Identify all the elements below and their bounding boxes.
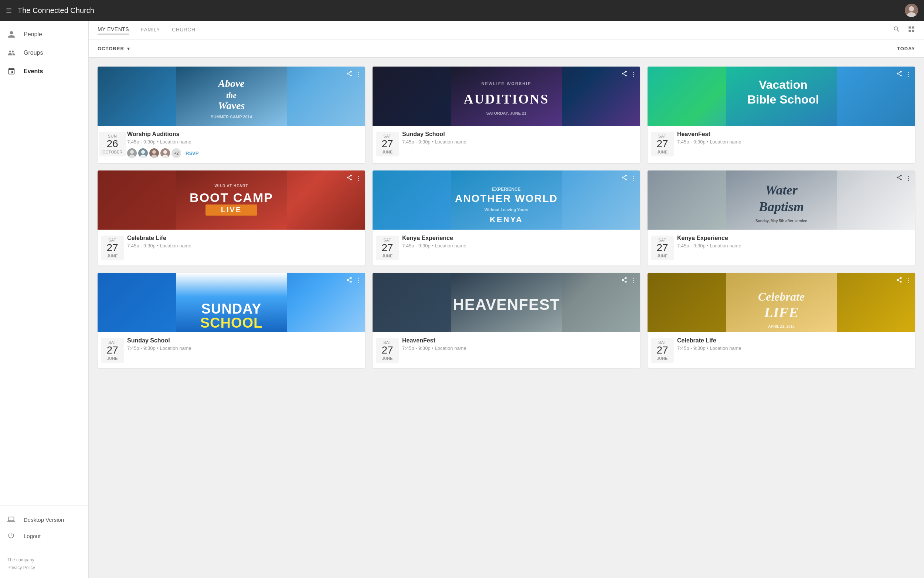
event-card-body-8: Sat 27 June HeavenFest 7:45p - 9:30p • L… bbox=[372, 332, 640, 368]
sidebar-item-logout[interactable]: Logout bbox=[0, 528, 88, 544]
tab-my-events[interactable]: MY EVENTS bbox=[97, 26, 129, 34]
grid-view-icon[interactable] bbox=[908, 26, 915, 35]
event-info-7: Sunday School 7:45p - 9:30p • Location n… bbox=[127, 337, 359, 363]
event-card-2: NEWLIFE WORSHIP AUDITIONS SATURDAY, JUNE… bbox=[372, 67, 640, 163]
tab-family[interactable]: FAMILY bbox=[141, 27, 160, 34]
share-icon-8[interactable] bbox=[621, 277, 628, 285]
month-7: June bbox=[105, 356, 120, 360]
event-image-bg-3: Vacation Bible School bbox=[647, 67, 915, 126]
event-meta-6: 7:45p - 9:30p • Location name bbox=[677, 243, 909, 248]
svg-text:SCHOOL: SCHOOL bbox=[200, 315, 263, 331]
event-info-3: HeavenFest 7:45p - 9:30p • Location name bbox=[677, 131, 909, 156]
event-card-actions-5: ⋮ bbox=[621, 174, 636, 182]
svg-text:AUDITIONS: AUDITIONS bbox=[463, 92, 549, 107]
month-3: June bbox=[655, 150, 670, 154]
event-info-2: Sunday School 7:45p - 9:30p • Location n… bbox=[402, 131, 634, 156]
day-num-4: 27 bbox=[105, 242, 120, 254]
share-icon-2[interactable] bbox=[621, 70, 628, 78]
event-title-2: Sunday School bbox=[402, 131, 634, 138]
day-name-9: Sat bbox=[655, 340, 670, 345]
event-date-7: Sat 27 June bbox=[97, 337, 127, 363]
today-button[interactable]: TODAY bbox=[897, 46, 915, 51]
share-icon-1[interactable] bbox=[346, 70, 353, 78]
event-card-actions-9: ⋮ bbox=[896, 277, 911, 285]
svg-text:LIFE: LIFE bbox=[764, 304, 798, 321]
event-card-body-1: Sun 26 October Worship Auditions 7:45p -… bbox=[97, 126, 365, 163]
sunday-school-image: SUNDAY SCHOOL bbox=[97, 273, 365, 332]
event-date-6: Sat 27 June bbox=[647, 235, 677, 260]
more-icon-8[interactable]: ⋮ bbox=[631, 277, 636, 284]
event-title-4: Celebrate Life bbox=[127, 235, 359, 242]
more-icon-4[interactable]: ⋮ bbox=[356, 175, 361, 182]
tab-bar: MY EVENTS FAMILY CHURCH bbox=[89, 21, 924, 40]
day-num-6: 27 bbox=[655, 242, 670, 254]
app-title: The Connected Church bbox=[18, 6, 94, 15]
kenya-image: EXPERIENCE ANOTHER WORLD Without Leaving… bbox=[372, 170, 640, 230]
share-icon-5[interactable] bbox=[621, 174, 628, 182]
event-info-9: Celebrate Life 7:45p - 9:30p • Location … bbox=[677, 337, 909, 363]
more-icon-2[interactable]: ⋮ bbox=[631, 71, 636, 78]
event-image-bg-1: Above the Waves SUMMER CAMP 2014 bbox=[97, 67, 365, 126]
sidebar-nav: People Groups Events bbox=[0, 21, 88, 505]
attendee-more: +2 bbox=[172, 148, 181, 158]
event-card-body-7: Sat 27 June Sunday School 7:45p - 9:30p … bbox=[97, 332, 365, 368]
share-icon-7[interactable] bbox=[346, 277, 353, 285]
svg-text:the: the bbox=[226, 91, 236, 100]
event-image-bg-7: SUNDAY SCHOOL bbox=[97, 273, 365, 332]
svg-text:APRIL 21, 2016: APRIL 21, 2016 bbox=[768, 324, 795, 328]
more-icon-1[interactable]: ⋮ bbox=[356, 71, 361, 78]
svg-text:HEAVENFEST: HEAVENFEST bbox=[453, 296, 560, 313]
event-image-7: SUNDAY SCHOOL ⋮ bbox=[97, 273, 365, 332]
day-num-5: 27 bbox=[380, 242, 395, 254]
event-date-5: Sat 27 June bbox=[372, 235, 402, 260]
person-icon bbox=[7, 30, 18, 39]
event-card-1: Above the Waves SUMMER CAMP 2014 ⋮ bbox=[97, 67, 365, 163]
event-attendees-1: +2 RSVP bbox=[127, 148, 359, 158]
svg-point-1 bbox=[909, 6, 914, 11]
svg-point-18 bbox=[163, 150, 167, 154]
svg-text:SUMMER CAMP 2014: SUMMER CAMP 2014 bbox=[211, 115, 252, 119]
event-title-1: Worship Auditions bbox=[127, 131, 359, 138]
svg-text:Celebrate: Celebrate bbox=[758, 290, 804, 303]
share-icon-6[interactable] bbox=[896, 174, 903, 182]
event-title-8: HeavenFest bbox=[402, 337, 634, 344]
search-icon[interactable] bbox=[893, 26, 900, 35]
tab-church[interactable]: CHURCH bbox=[172, 27, 196, 34]
more-icon-5[interactable]: ⋮ bbox=[631, 175, 636, 182]
auditions-image: NEWLIFE WORSHIP AUDITIONS SATURDAY, JUNE… bbox=[372, 67, 640, 126]
share-icon-4[interactable] bbox=[346, 174, 353, 182]
event-card-actions-4: ⋮ bbox=[346, 174, 361, 182]
rsvp-button-1[interactable]: RSVP bbox=[186, 151, 199, 156]
more-icon-6[interactable]: ⋮ bbox=[906, 175, 911, 182]
desktop-icon bbox=[7, 516, 18, 524]
more-icon-3[interactable]: ⋮ bbox=[906, 71, 911, 78]
svg-text:KENYA: KENYA bbox=[490, 215, 523, 224]
user-avatar[interactable] bbox=[905, 4, 918, 17]
sidebar-label-logout: Logout bbox=[24, 533, 40, 539]
svg-text:EXPERIENCE: EXPERIENCE bbox=[492, 187, 520, 192]
more-icon-7[interactable]: ⋮ bbox=[356, 277, 361, 284]
event-image-4: WILD AT HEART BOOT CAMP LIVE ⋮ bbox=[97, 170, 365, 230]
events-grid: Above the Waves SUMMER CAMP 2014 ⋮ bbox=[97, 67, 915, 368]
event-meta-7: 7:45p - 9:30p • Location name bbox=[127, 346, 359, 351]
calendar-icon bbox=[7, 67, 18, 75]
event-info-6: Kenya Experience 7:45p - 9:30p • Locatio… bbox=[677, 235, 909, 260]
day-num-7: 27 bbox=[105, 345, 120, 356]
sidebar-item-groups[interactable]: Groups bbox=[0, 44, 88, 62]
event-image-bg-4: WILD AT HEART BOOT CAMP LIVE bbox=[97, 170, 365, 230]
sidebar-item-desktop[interactable]: Desktop Version bbox=[0, 512, 88, 528]
more-icon-9[interactable]: ⋮ bbox=[906, 277, 911, 284]
sidebar-item-events[interactable]: Events bbox=[0, 62, 88, 81]
events-scroll: Above the Waves SUMMER CAMP 2014 ⋮ bbox=[89, 58, 924, 578]
boot-camp-image: WILD AT HEART BOOT CAMP LIVE bbox=[97, 170, 365, 230]
event-card-4: WILD AT HEART BOOT CAMP LIVE ⋮ bbox=[97, 170, 365, 266]
share-icon-9[interactable] bbox=[896, 277, 903, 285]
hamburger-icon[interactable]: ☰ bbox=[6, 6, 12, 15]
event-title-5: Kenya Experience bbox=[402, 235, 634, 242]
share-icon-3[interactable] bbox=[896, 70, 903, 78]
top-header: ☰ The Connected Church bbox=[0, 0, 924, 21]
sidebar-item-people[interactable]: People bbox=[0, 25, 88, 44]
svg-point-9 bbox=[130, 150, 134, 154]
month-filter[interactable]: OCTOBER ▾ bbox=[97, 46, 130, 51]
event-image-bg-8: HEAVENFEST bbox=[372, 273, 640, 332]
